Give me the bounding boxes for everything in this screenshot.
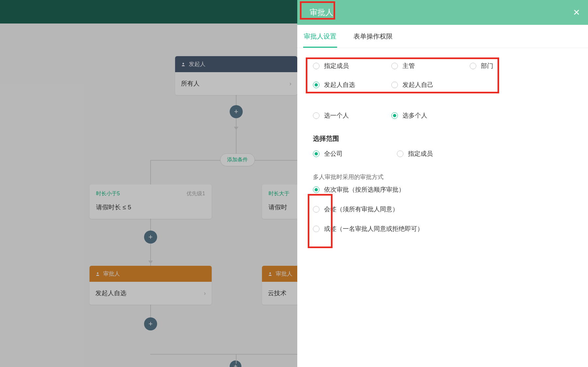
- radio-icon: [313, 82, 319, 88]
- approver-left-body-label: 发起人自选: [95, 289, 126, 297]
- approver-settings-panel: 审批人 ✕ 审批人设置 表单操作权限 指定成员 主管 部门 发起人自选: [297, 0, 588, 367]
- radio-icon: [313, 186, 319, 193]
- radio-initiator-pick[interactable]: 发起人自选: [313, 81, 388, 89]
- close-icon[interactable]: ✕: [573, 8, 580, 18]
- initiator-card[interactable]: 发起人 所有人 ›: [175, 56, 297, 95]
- radio-icon: [391, 82, 398, 88]
- condition-left-priority: 优先级1: [187, 190, 205, 197]
- radio-icon: [397, 151, 403, 157]
- condition-left-body: 请假时长 ≤ 5: [96, 203, 205, 212]
- radio-specific-member[interactable]: 指定成员: [313, 62, 388, 70]
- add-node-button[interactable]: +: [230, 105, 243, 118]
- radio-icon: [391, 112, 398, 119]
- panel-header: 审批人 ✕: [297, 0, 588, 25]
- radio-supervisor[interactable]: 主管: [391, 62, 466, 70]
- radio-scope-specific[interactable]: 指定成员: [397, 150, 433, 158]
- approver-left-header: 审批人: [90, 266, 212, 282]
- radio-orsign[interactable]: 或签（一名审批人同意或拒绝即可）: [313, 225, 574, 233]
- add-node-button[interactable]: +: [230, 360, 241, 367]
- radio-label: 主管: [402, 62, 415, 70]
- add-node-button[interactable]: +: [144, 231, 157, 244]
- user-icon: [95, 272, 100, 276]
- radio-icon: [391, 63, 398, 69]
- add-node-button[interactable]: +: [144, 317, 157, 330]
- svg-point-0: [183, 63, 184, 64]
- chevron-right-icon: ›: [289, 80, 291, 87]
- radio-icon: [313, 63, 319, 69]
- radio-label: 选多个人: [402, 111, 427, 120]
- multi-mode-group: 依次审批（按所选顺序审批） 会签（须所有审批人同意） 或签（一名审批人同意或拒绝…: [312, 185, 574, 233]
- approver-right-body-label: 云技术: [268, 289, 286, 297]
- radio-label: 选一个人: [324, 111, 349, 120]
- condition-right-title: 时长大于: [269, 190, 289, 197]
- multi-mode-heading: 多人审批时采用的审批方式: [313, 173, 574, 181]
- panel-tabs: 审批人设置 表单操作权限: [297, 25, 588, 48]
- arrow-down-icon: [148, 261, 153, 264]
- radio-label: 发起人自己: [402, 81, 433, 89]
- tab-form-permissions[interactable]: 表单操作权限: [353, 25, 393, 48]
- radio-sequential[interactable]: 依次审批（按所选顺序审批）: [313, 185, 574, 194]
- radio-label: 部门: [481, 62, 493, 70]
- arrow-down-icon: [234, 127, 238, 130]
- user-icon: [181, 62, 186, 67]
- approver-type-group: 指定成员 主管 部门 发起人自选 发起人自己: [312, 57, 574, 95]
- condition-card-left[interactable]: 时长小于5 优先级1 请假时长 ≤ 5: [90, 184, 212, 219]
- panel-body: 指定成员 主管 部门 发起人自选 发起人自己 选一个人: [297, 48, 588, 242]
- radio-label: 或签（一名审批人同意或拒绝即可）: [324, 225, 423, 233]
- scope-heading: 选择范围: [313, 134, 574, 143]
- radio-label: 发起人自选: [324, 81, 355, 89]
- user-icon: [268, 272, 272, 276]
- radio-department[interactable]: 部门: [470, 62, 519, 70]
- initiator-header: 发起人: [175, 56, 297, 72]
- radio-label: 指定成员: [408, 150, 433, 158]
- approver-left-header-label: 审批人: [103, 270, 120, 278]
- connector-line: [236, 84, 237, 159]
- radio-initiator-self[interactable]: 发起人自己: [391, 81, 466, 89]
- condition-left-title: 时长小于5: [96, 190, 120, 197]
- add-condition-button[interactable]: 添加条件: [220, 153, 255, 166]
- radio-icon: [313, 206, 319, 213]
- radio-label: 指定成员: [324, 62, 349, 70]
- radio-label: 全公司: [324, 150, 343, 158]
- connector-line: [236, 354, 237, 364]
- radio-countersign[interactable]: 会签（须所有审批人同意）: [313, 205, 574, 214]
- radio-select-many[interactable]: 选多个人: [391, 111, 427, 120]
- svg-point-2: [270, 272, 271, 274]
- approver-right-header-label: 审批人: [276, 270, 292, 278]
- chevron-right-icon: ›: [204, 290, 206, 297]
- select-mode-group: 选一个人 选多个人: [313, 111, 574, 120]
- radio-icon: [470, 63, 476, 69]
- radio-scope-all[interactable]: 全公司: [313, 150, 343, 158]
- initiator-body-label: 所有人: [181, 79, 200, 88]
- panel-title: 审批人: [305, 4, 338, 21]
- radio-icon: [313, 112, 319, 119]
- radio-icon: [313, 226, 319, 232]
- radio-icon: [313, 151, 319, 157]
- initiator-header-label: 发起人: [189, 60, 205, 68]
- svg-point-1: [97, 272, 99, 274]
- radio-select-one[interactable]: 选一个人: [313, 111, 349, 120]
- add-condition-label: 添加条件: [227, 157, 248, 162]
- radio-label: 会签（须所有审批人同意）: [324, 205, 399, 214]
- radio-label: 依次审批（按所选顺序审批）: [324, 185, 405, 194]
- approver-card-left[interactable]: 审批人 发起人自选 ›: [90, 266, 212, 305]
- scope-group: 全公司 指定成员: [312, 150, 574, 158]
- tab-approver-settings[interactable]: 审批人设置: [303, 25, 337, 48]
